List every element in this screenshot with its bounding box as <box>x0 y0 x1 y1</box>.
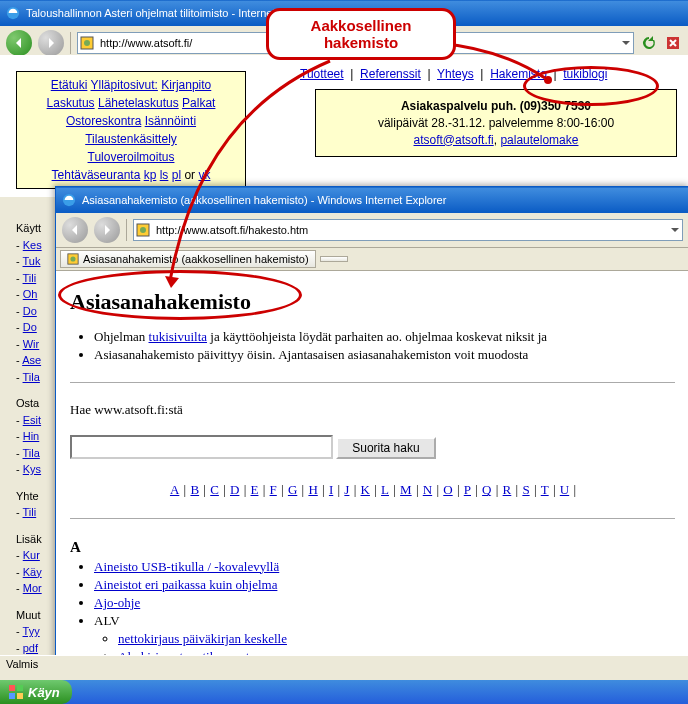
callout-box: Aakkosellinen hakemisto <box>266 8 456 60</box>
link[interactable]: Tehtäväseuranta <box>52 168 141 182</box>
url-input[interactable] <box>154 223 666 237</box>
alpha-link[interactable]: J <box>344 482 349 497</box>
leftcol-link[interactable]: Do <box>23 305 37 317</box>
link[interactable]: kp <box>144 168 157 182</box>
nav-link[interactable]: Tuotteet <box>300 67 344 81</box>
leftcol-link[interactable]: Tila <box>23 371 40 383</box>
alpha-link[interactable]: L <box>381 482 389 497</box>
alpha-index: A | B | C | D | E | F | G | H | I | J | … <box>70 481 675 499</box>
alpha-link[interactable]: N <box>423 482 432 497</box>
alpha-link[interactable]: Q <box>482 482 491 497</box>
leftcol-link[interactable]: Do <box>23 321 37 333</box>
leftcol-link[interactable]: Tili <box>23 506 37 518</box>
leftcol-link[interactable]: Oh <box>23 288 38 300</box>
search-input[interactable] <box>70 435 333 459</box>
svg-point-9 <box>70 256 75 261</box>
leftcol-link[interactable]: Tyy <box>23 625 40 637</box>
leftcol-link[interactable]: Tila <box>23 447 40 459</box>
tukisivuilta-link[interactable]: tukisivuilta <box>149 329 208 344</box>
alpha-link[interactable]: I <box>329 482 333 497</box>
status-bar: Valmis <box>0 655 688 680</box>
link[interactable]: Lähetelaskutus <box>98 96 179 110</box>
alpha-link[interactable]: R <box>503 482 512 497</box>
refresh-icon[interactable] <box>640 34 658 52</box>
contact-phone: Asiakaspalvelu puh. (09)350 7530 <box>401 99 591 113</box>
alpha-link[interactable]: K <box>361 482 370 497</box>
separator <box>70 32 71 54</box>
link[interactable]: Etätuki <box>51 78 88 92</box>
leftcol-header: Lisäk <box>16 531 42 548</box>
windows-icon <box>8 684 24 700</box>
leftcol-link[interactable]: Käy <box>23 566 42 578</box>
index-link[interactable]: Aineistot eri paikassa kuin ohjelma <box>94 577 277 592</box>
leftcol-link[interactable]: Kur <box>23 549 40 561</box>
svg-point-7 <box>140 227 146 233</box>
alpha-link[interactable]: S <box>522 482 529 497</box>
link[interactable]: Isännöinti <box>145 114 196 128</box>
link[interactable]: Laskutus <box>47 96 95 110</box>
left-column: Käytt- Kes- Tuk- Tili- Oh- Do- Do- Wir- … <box>16 210 42 656</box>
leftcol-link[interactable]: Mor <box>23 582 42 594</box>
nav-link[interactable]: Yhteys <box>437 67 474 81</box>
divider <box>70 518 675 519</box>
new-tab[interactable] <box>320 256 348 262</box>
stop-icon[interactable] <box>664 34 682 52</box>
leftcol-link[interactable]: Ase <box>22 354 41 366</box>
link[interactable]: Ostoreskontra <box>66 114 141 128</box>
link[interactable]: pl <box>172 168 181 182</box>
alpha-link[interactable]: C <box>210 482 219 497</box>
dropdown-icon[interactable] <box>621 38 631 48</box>
alpha-link[interactable]: G <box>288 482 297 497</box>
svg-rect-10 <box>9 685 15 691</box>
search-button[interactable]: Suorita haku <box>336 437 435 459</box>
leftcol-link[interactable]: Tili <box>23 272 37 284</box>
nav-link[interactable]: tukiblogi <box>563 67 607 81</box>
leftcol-link[interactable]: pdf <box>23 642 38 654</box>
alpha-link[interactable]: A <box>170 482 179 497</box>
link[interactable]: Ylläpitosivut: <box>91 78 158 92</box>
alpha-link[interactable]: M <box>400 482 412 497</box>
alpha-link[interactable]: U <box>560 482 569 497</box>
alpha-link[interactable]: O <box>443 482 452 497</box>
start-button[interactable]: Käyn <box>0 680 72 704</box>
link[interactable]: vk <box>198 168 210 182</box>
feedback-link[interactable]: palautelomake <box>500 133 578 147</box>
link[interactable]: Tuloveroilmoitus <box>88 150 175 164</box>
link[interactable]: Kirjanpito <box>161 78 211 92</box>
index-sublink[interactable]: nettokirjaus päiväkirjan keskelle <box>118 631 287 646</box>
nav-link-hakemisto[interactable]: Hakemisto <box>490 67 547 81</box>
back-button[interactable] <box>62 217 88 243</box>
leftcol-link[interactable]: Hin <box>23 430 40 442</box>
index-link[interactable]: Ajo-ohje <box>94 595 140 610</box>
leftcol-link[interactable]: Kes <box>23 239 42 251</box>
alpha-link[interactable]: T <box>541 482 549 497</box>
contact-email[interactable]: atsoft@atsoft.fi <box>414 133 494 147</box>
alpha-link[interactable]: P <box>464 482 471 497</box>
svg-rect-11 <box>17 685 23 691</box>
back-button[interactable] <box>6 30 32 56</box>
link[interactable]: Tilaustenkäsittely <box>85 132 177 146</box>
svg-rect-13 <box>17 693 23 699</box>
nav-link[interactable]: Referenssit <box>360 67 421 81</box>
url-bar[interactable] <box>133 219 683 241</box>
leftcol-link[interactable]: Esit <box>23 414 41 426</box>
leftcol-link[interactable]: Kys <box>23 463 41 475</box>
dropdown-icon[interactable] <box>670 225 680 235</box>
alpha-link[interactable]: B <box>190 482 199 497</box>
leftcol-link[interactable]: Wir <box>23 338 40 350</box>
start-label: Käyn <box>28 685 60 700</box>
browser-tab[interactable]: Asiasanahakemisto (aakkosellinen hakemis… <box>60 250 316 268</box>
alpha-link[interactable]: D <box>230 482 239 497</box>
forward-button[interactable] <box>38 30 64 56</box>
forward-button[interactable] <box>94 217 120 243</box>
alpha-link[interactable]: H <box>308 482 317 497</box>
leftcol-link[interactable]: Tuk <box>23 255 41 267</box>
tabs-row: Asiasanahakemisto (aakkosellinen hakemis… <box>56 248 688 271</box>
alpha-link[interactable]: F <box>270 482 277 497</box>
index-link[interactable]: Aineisto USB-tikulla / -kovalevyllä <box>94 559 279 574</box>
contact-hours: välipäivät 28.-31.12. palvelemme 8:00-16… <box>378 116 614 130</box>
link[interactable]: Palkat <box>182 96 215 110</box>
link[interactable]: ls <box>160 168 169 182</box>
alpha-link[interactable]: E <box>251 482 259 497</box>
window2-navbar <box>56 213 688 248</box>
